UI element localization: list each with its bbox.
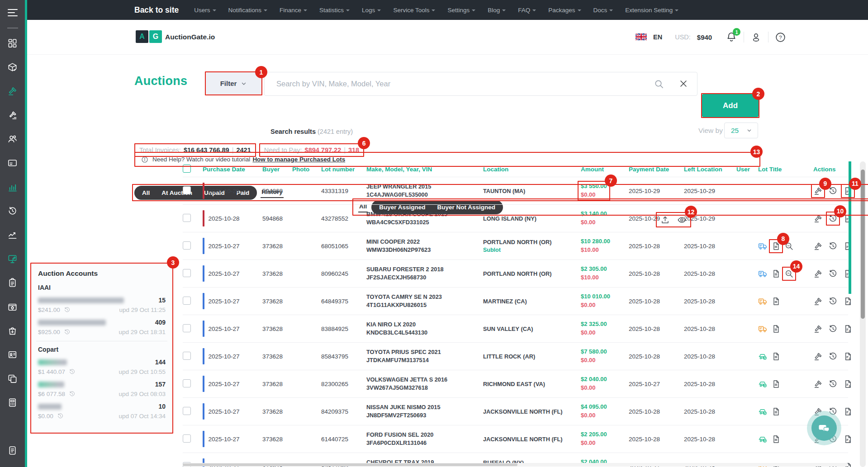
trends-icon[interactable] (0, 223, 25, 247)
document-icon[interactable]: 8 (771, 241, 781, 251)
delivery-truck-icon[interactable] (758, 324, 768, 334)
gavel-icon[interactable] (813, 324, 823, 334)
balance-value[interactable]: $940 (697, 33, 712, 41)
row-checkbox[interactable] (183, 324, 191, 332)
documents-copy-icon[interactable] (0, 367, 25, 391)
tab-all[interactable]: All (136, 189, 156, 196)
lot-number[interactable]: 61440725 (321, 436, 366, 443)
lot-number[interactable]: 68051065 (321, 243, 366, 250)
brand-logo[interactable]: A G (136, 30, 162, 43)
history-icon[interactable] (828, 269, 838, 278)
gavel-icon[interactable] (813, 379, 823, 389)
add-button[interactable]: Add 2 (702, 94, 759, 117)
invoice-icon[interactable]: $ (843, 379, 853, 389)
page-size-select[interactable]: 25 (724, 123, 758, 138)
lot-number[interactable]: 80960245 (321, 270, 366, 277)
lot-number[interactable]: 43278552 (321, 215, 366, 222)
history-icon[interactable] (828, 324, 838, 334)
row-checkbox[interactable] (183, 297, 191, 305)
gavel-icon[interactable] (813, 214, 823, 223)
lot-number[interactable]: 64849375 (321, 298, 366, 305)
nav-item-logs[interactable]: Logs (362, 7, 381, 14)
nav-item-packages[interactable]: Packages (548, 7, 581, 14)
filter-button[interactable]: Filter 1 (206, 72, 261, 94)
nav-item-users[interactable]: Users (194, 7, 216, 14)
delivery-truck-icon[interactable] (758, 269, 768, 278)
invoice-icon[interactable]: $ (843, 434, 853, 444)
language-selector[interactable]: EN (653, 33, 662, 41)
sublot-link[interactable]: Sublot (483, 247, 581, 253)
book-icon[interactable] (0, 439, 25, 462)
row-checkbox[interactable] (183, 214, 191, 222)
balance-history-icon[interactable] (64, 307, 71, 313)
document-icon[interactable] (771, 297, 781, 306)
invoice-icon[interactable]: $ (843, 352, 853, 361)
row-checkbox[interactable] (183, 352, 191, 360)
menu-toggle-icon[interactable] (8, 7, 18, 19)
nav-item-faq[interactable]: FAQ (518, 7, 536, 14)
delivery-truck-icon[interactable] (758, 297, 768, 306)
id-badge-icon[interactable] (0, 343, 25, 367)
balance-history-icon[interactable] (69, 391, 76, 397)
history-icon[interactable] (828, 297, 838, 306)
select-all-checkbox[interactable] (183, 165, 191, 173)
history-icon[interactable]: 10 (828, 214, 838, 223)
nav-item-finance[interactable]: Finance (280, 7, 307, 14)
nav-item-settings[interactable]: Settings (447, 7, 475, 14)
row-checkbox[interactable] (183, 407, 191, 415)
document-icon[interactable] (771, 434, 781, 444)
search-input[interactable] (265, 72, 697, 95)
car-ready-icon[interactable] (758, 379, 768, 389)
lot-number[interactable]: 82300265 (321, 381, 366, 387)
nav-item-statistics[interactable]: Statistics (319, 7, 350, 14)
nav-item-service-tools[interactable]: Service Tools (393, 7, 435, 14)
purchases-bag-icon[interactable] (0, 319, 25, 343)
history-icon[interactable] (828, 186, 838, 196)
gavel-icon[interactable] (813, 269, 823, 278)
balance-history-icon[interactable] (57, 413, 64, 420)
history-icon[interactable] (828, 379, 838, 389)
document-icon[interactable] (771, 324, 781, 334)
row-checkbox[interactable] (183, 241, 191, 250)
lot-number[interactable]: 84209375 (321, 408, 366, 415)
lot-number[interactable]: 83884925 (321, 325, 366, 332)
row-checkbox[interactable] (183, 434, 191, 443)
row-checkbox[interactable] (183, 186, 191, 194)
packages-box-icon[interactable] (0, 55, 25, 79)
balance-history-icon[interactable] (64, 329, 71, 335)
history-clock-icon[interactable] (0, 199, 25, 223)
gavel-icon[interactable] (813, 241, 823, 251)
chat-button[interactable] (807, 411, 841, 445)
history-icon[interactable] (828, 241, 838, 251)
horizontal-scrollbar-handle[interactable] (183, 463, 517, 466)
nav-item-blog[interactable]: Blog (488, 7, 506, 14)
auctions-gavel-icon[interactable] (0, 79, 25, 103)
row-checkbox[interactable] (183, 269, 191, 277)
settings-box-icon[interactable] (0, 295, 25, 319)
users-icon[interactable] (0, 127, 25, 151)
history-icon[interactable] (828, 352, 838, 361)
auction-lots-icon[interactable] (0, 103, 25, 127)
document-icon[interactable] (771, 379, 781, 389)
dashboard-icon[interactable] (0, 31, 25, 55)
payments-card-icon[interactable] (0, 151, 25, 175)
car-ready-icon[interactable] (758, 434, 768, 444)
nav-item-notifications[interactable]: Notifications (228, 7, 268, 14)
lot-number[interactable]: 43331319 (321, 188, 366, 194)
invoice-icon[interactable]: $ (843, 407, 853, 416)
invoice-icon[interactable]: $ (843, 297, 853, 306)
uk-flag-icon[interactable] (636, 33, 647, 41)
document-icon[interactable] (771, 269, 781, 278)
car-ready-icon[interactable] (758, 352, 768, 361)
nav-item-docs[interactable]: Docs (593, 7, 613, 14)
nav-item-extension-setting[interactable]: Extension Setting (625, 7, 678, 14)
vertical-scrollbar-handle[interactable] (861, 170, 865, 319)
document-icon[interactable] (771, 407, 781, 416)
user-profile-icon[interactable] (750, 32, 762, 43)
calculator-icon[interactable] (0, 391, 25, 415)
balance-history-icon[interactable] (69, 368, 76, 375)
monitor-edit-icon[interactable] (0, 247, 25, 271)
delivery-truck-icon[interactable] (758, 241, 768, 251)
lot-zoom-icon[interactable]: lot14 (784, 269, 794, 278)
row-checkbox[interactable] (183, 379, 191, 387)
